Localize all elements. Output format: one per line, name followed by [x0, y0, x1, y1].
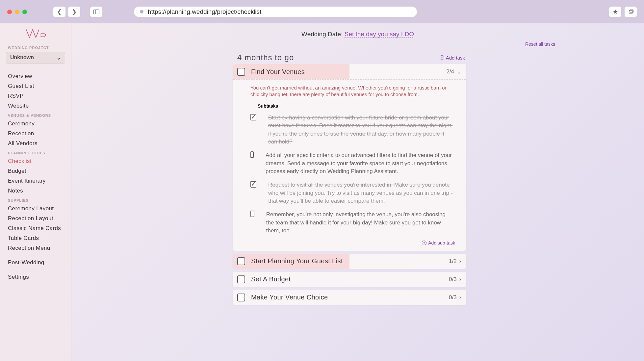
task-card: Find Your Venues2/4⌄You can't get marrie…	[233, 64, 466, 251]
task-card: Set A Budget0/3›	[233, 272, 466, 287]
main-content: Wedding Date: Set the day you say I DO R…	[71, 23, 644, 361]
sidebar-item-table-cards[interactable]: Table Cards	[0, 233, 71, 243]
sidebar-item-overview[interactable]: Overview	[0, 71, 71, 81]
sidebar-icon	[93, 10, 99, 14]
subtask-text: Add all your specific criteria to our ad…	[266, 151, 453, 176]
add-subtask-label: Add sub-task	[428, 240, 455, 245]
tabs-button[interactable]	[625, 7, 637, 17]
window-controls	[7, 10, 27, 14]
chevron-down-icon: ⌄	[57, 55, 61, 61]
sidebar-item-rsvp[interactable]: RSVP	[0, 91, 71, 101]
close-window[interactable]	[7, 10, 12, 14]
task-body: You can't get married without an amazing…	[233, 79, 466, 251]
set-wedding-date-link[interactable]: Set the day you say I DO	[345, 31, 414, 38]
task-title: Make Your Venue Choice	[251, 294, 328, 301]
task-blurb: You can't get married without an amazing…	[250, 85, 453, 98]
add-subtask-button[interactable]: +Add sub-task	[250, 240, 455, 245]
task-checkbox[interactable]	[237, 257, 245, 265]
subtask-row: Request to visit all the venues you're i…	[250, 181, 453, 205]
task-counter: 1/2	[449, 258, 459, 265]
sidebar-section-label: PLANNING TOOLS	[0, 148, 71, 156]
project-selector[interactable]: Unknown ⌄	[6, 52, 65, 64]
subtask-checkbox[interactable]	[250, 151, 254, 158]
browser-chrome: ❮ ❯ https://planning.wedding/project/che…	[0, 0, 644, 23]
task-title: Find Your Venues	[251, 68, 305, 76]
sidebar-item-ceremony[interactable]: Ceremony	[0, 119, 71, 129]
sidebar-item-post-wedding[interactable]: Post-Wedding	[0, 258, 71, 268]
add-task-label: Add task	[446, 55, 465, 61]
chevron-right-icon: ›	[459, 295, 461, 300]
task-header[interactable]: Make Your Venue Choice0/3›	[233, 290, 466, 305]
reset-all-tasks-link[interactable]: Reset all tasks	[525, 41, 555, 47]
sidebar-item-website[interactable]: Website	[0, 101, 71, 111]
sidebar-item-reception-layout[interactable]: Reception Layout	[0, 214, 71, 223]
subtask-checkbox[interactable]	[250, 181, 256, 188]
task-checkbox[interactable]	[237, 68, 245, 76]
sidebar-item-settings[interactable]: Settings	[0, 272, 71, 282]
chevron-right-icon: ›	[459, 258, 461, 264]
logo	[0, 27, 71, 43]
subtask-text: Start by having a conversation with your…	[268, 114, 453, 146]
minimize-window[interactable]	[15, 10, 19, 14]
sidebar-item-reception-menu[interactable]: Reception Menu	[0, 243, 71, 253]
subtask-checkbox[interactable]	[250, 114, 256, 120]
zoom-window[interactable]	[22, 10, 27, 14]
bookmark-button[interactable]: ★	[609, 7, 621, 17]
site-identity-icon	[140, 10, 143, 13]
subtask-text: Remember, you're not only investigating …	[266, 211, 453, 235]
sidebar-section-label: WEDDING PROJECT	[0, 43, 71, 51]
sidebar-item-notes[interactable]: Notes	[0, 186, 71, 196]
task-title: Set A Budget	[251, 275, 291, 283]
subtask-row: Remember, you're not only investigating …	[250, 211, 453, 235]
task-checkbox[interactable]	[237, 294, 245, 301]
task-header[interactable]: Set A Budget0/3›	[233, 272, 466, 287]
sidebar-item-all-vendors[interactable]: All Vendors	[0, 139, 71, 148]
task-counter: 2/4	[446, 68, 457, 75]
back-button[interactable]: ❮	[53, 7, 65, 17]
sidebar-item-guest-list[interactable]: Guest List	[0, 81, 71, 91]
sidebar-section-label: SUPPLIES	[0, 196, 71, 204]
sidebar-item-budget[interactable]: Budget	[0, 166, 71, 176]
address-bar[interactable]: https://planning.wedding/project/checkli…	[134, 7, 417, 17]
sidebar-section-label: VENUES & VENDORS	[0, 111, 71, 119]
wedding-date-prefix: Wedding Date:	[301, 31, 345, 38]
svg-rect-0	[93, 10, 99, 14]
subtasks-heading: Subtasks	[258, 103, 453, 109]
tabs-icon	[628, 10, 633, 14]
sidebar-item-checklist[interactable]: Checklist	[0, 156, 71, 166]
toggle-sidebar-button[interactable]	[90, 7, 102, 17]
plus-icon: +	[422, 241, 426, 245]
subtask-row: Start by having a conversation with your…	[250, 114, 453, 146]
chevron-right-icon: ›	[459, 276, 461, 282]
subtask-row: Add all your specific criteria to our ad…	[250, 151, 453, 176]
sidebar: WEDDING PROJECT Unknown ⌄ OverviewGuest …	[0, 23, 71, 361]
task-header[interactable]: Find Your Venues2/4⌄	[233, 64, 466, 79]
forward-button[interactable]: ❯	[68, 7, 80, 17]
add-task-button[interactable]: + Add task	[440, 55, 465, 61]
task-title: Start Planning Your Guest List	[251, 257, 343, 265]
bucket-title: 4 months to go	[237, 53, 294, 62]
task-counter: 0/3	[449, 276, 459, 283]
sidebar-item-event-itinerary[interactable]: Event Itinerary	[0, 176, 71, 186]
subtask-text: Request to visit all the venues you're i…	[268, 181, 453, 205]
task-counter: 0/3	[449, 294, 459, 301]
sidebar-item-ceremony-layout[interactable]: Ceremony Layout	[0, 204, 71, 214]
wedding-date-row: Wedding Date: Set the day you say I DO	[71, 23, 644, 40]
subtask-checkbox[interactable]	[250, 211, 254, 217]
task-header[interactable]: Start Planning Your Guest List1/2›	[233, 254, 466, 269]
task-card: Make Your Venue Choice0/3›	[233, 290, 466, 305]
project-selected-name: Unknown	[10, 55, 34, 61]
task-checkbox[interactable]	[237, 275, 245, 283]
sidebar-item-classic-name-cards[interactable]: Classic Name Cards	[0, 223, 71, 233]
plus-icon: +	[440, 55, 444, 60]
url-text: https://planning.wedding/project/checkli…	[148, 8, 261, 15]
chevron-down-icon: ⌄	[457, 69, 461, 75]
task-card: Start Planning Your Guest List1/2›	[233, 254, 466, 269]
sidebar-item-reception[interactable]: Reception	[0, 129, 71, 139]
